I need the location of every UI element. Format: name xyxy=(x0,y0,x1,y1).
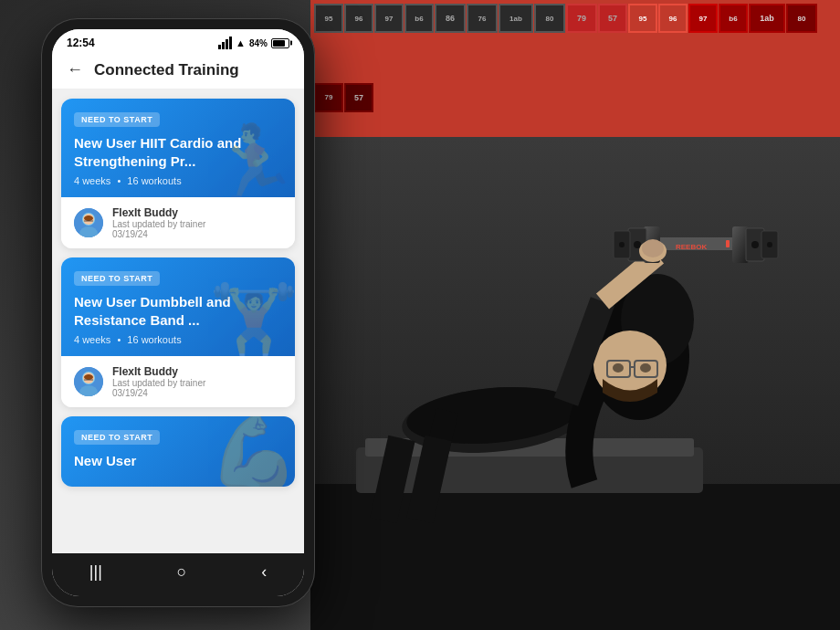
signal-bars xyxy=(218,37,232,49)
card-bottom-2: FlexIt Buddy Last updated by trainer 03/… xyxy=(61,356,295,407)
svg-point-25 xyxy=(767,242,772,247)
signal-bar-1 xyxy=(218,45,221,49)
nav-recents-icon[interactable]: ||| xyxy=(89,562,102,582)
card-bg-icon-2: 🏋 xyxy=(208,279,295,356)
svg-point-30 xyxy=(642,239,664,257)
card-bottom-1: FlexIt Buddy Last updated by trainer 03/… xyxy=(61,197,295,248)
trainer-name-1: FlexIt Buddy xyxy=(112,206,282,219)
person-lifting: REEBOK xyxy=(310,137,840,630)
nav-back-icon[interactable]: ‹ xyxy=(261,562,267,582)
svg-rect-45 xyxy=(84,379,93,381)
status-bar: 12:54 ▲ 84% xyxy=(52,29,304,53)
card-weeks-1: 4 weeks xyxy=(74,175,110,186)
svg-rect-28 xyxy=(726,240,730,247)
svg-text:REEBOK: REEBOK xyxy=(676,243,707,251)
status-icons: ▲ 84% xyxy=(218,37,289,49)
svg-point-19 xyxy=(634,241,641,248)
trainer-avatar-1 xyxy=(74,208,103,237)
card-top-2: 🏋 NEED TO START New User Dumbbell and Re… xyxy=(61,257,295,356)
training-list[interactable]: 🏃 NEED TO START New User HIIT Cardio and… xyxy=(52,89,304,553)
svg-line-32 xyxy=(383,438,402,520)
last-updated-1: Last updated by trainer 03/19/24 xyxy=(112,219,282,239)
card-top-3: 💪 NEED TO START New User xyxy=(61,416,295,487)
trainer-name-2: FlexIt Buddy xyxy=(112,365,282,378)
meta-dot-2: • xyxy=(117,334,121,345)
battery-text: 84% xyxy=(249,38,268,48)
last-updated-2: Last updated by trainer 03/19/24 xyxy=(112,378,282,398)
app-header: ← Connected Training xyxy=(52,53,304,89)
card-weeks-2: 4 weeks xyxy=(74,334,110,345)
back-button[interactable]: ← xyxy=(67,60,83,79)
svg-rect-39 xyxy=(84,220,93,222)
training-card-1[interactable]: 🏃 NEED TO START New User HIIT Cardio and… xyxy=(61,99,295,248)
svg-point-12 xyxy=(640,363,651,373)
nav-home-icon[interactable]: ○ xyxy=(177,562,187,582)
page-title: Connected Training xyxy=(94,61,239,79)
phone-screen: 12:54 ▲ 84% ← C xyxy=(52,29,304,596)
need-to-start-badge-2: NEED TO START xyxy=(74,271,160,286)
card-bg-icon-3: 💪 xyxy=(208,416,295,487)
card-workouts-2: 16 workouts xyxy=(127,334,181,345)
phone-wrapper: 12:54 ▲ 84% ← C xyxy=(41,18,315,607)
wifi-icon: ▲ xyxy=(236,37,246,48)
trainer-info-1: FlexIt Buddy Last updated by trainer 03/… xyxy=(112,206,282,239)
battery-icon xyxy=(271,38,289,48)
card-bg-icon-1: 🏃 xyxy=(208,121,295,197)
svg-point-11 xyxy=(613,363,624,373)
phone-outer: 12:54 ▲ 84% ← C xyxy=(41,18,315,607)
meta-dot-1: • xyxy=(117,175,121,186)
status-time: 12:54 xyxy=(67,37,95,49)
signal-bar-2 xyxy=(222,42,225,49)
bottom-nav: ||| ○ ‹ xyxy=(52,553,304,596)
need-to-start-badge-3: NEED TO START xyxy=(74,430,160,445)
svg-point-20 xyxy=(619,242,625,247)
signal-bar-3 xyxy=(226,39,228,49)
training-card-2[interactable]: 🏋 NEED TO START New User Dumbbell and Re… xyxy=(61,257,295,407)
battery-fill xyxy=(273,40,285,47)
card-workouts-1: 16 workouts xyxy=(127,175,181,186)
signal-bar-4 xyxy=(229,37,232,49)
need-to-start-badge-1: NEED TO START xyxy=(74,112,160,127)
svg-line-33 xyxy=(420,438,438,520)
training-card-3[interactable]: 💪 NEED TO START New User xyxy=(61,416,295,487)
card-top-1: 🏃 NEED TO START New User HIIT Cardio and… xyxy=(61,99,295,197)
gym-scene: 95 96 97 b6 86 76 1ab 80 79 57 95 96 97 … xyxy=(310,0,840,630)
svg-point-24 xyxy=(751,241,759,248)
trainer-avatar-2 xyxy=(74,367,103,396)
trainer-info-2: FlexIt Buddy Last updated by trainer 03/… xyxy=(112,365,282,398)
